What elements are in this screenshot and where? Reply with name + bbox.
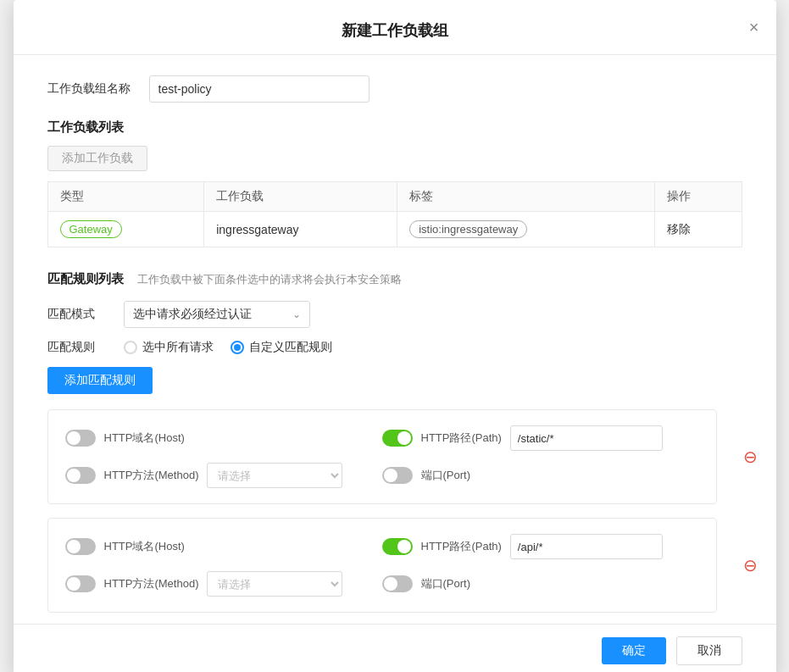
remove-link[interactable]: 移除 — [667, 222, 691, 236]
path-input-2[interactable] — [510, 534, 663, 559]
match-mode-label: 匹配模式 — [47, 307, 124, 322]
rule-card-1-wrapper: HTTP域名(Host) HTTP路径(Path) HTTP方法(Method) — [47, 409, 742, 504]
match-mode-row: 匹配模式 选中请求必须经过认证 ⌄ — [47, 301, 742, 328]
confirm-button[interactable]: 确定 — [602, 637, 666, 664]
dialog-title: 新建工作负载组 — [342, 20, 448, 41]
host-label-1: HTTP域名(Host) — [104, 430, 185, 446]
rule-card-2-wrapper: HTTP域名(Host) HTTP路径(Path) HTTP方法(Method) — [47, 518, 742, 613]
path-field-1: HTTP路径(Path) — [382, 425, 699, 451]
path-toggle-2[interactable] — [382, 538, 413, 555]
port-label-1: 端口(Port) — [421, 468, 471, 483]
add-workload-button: 添加工作负载 — [47, 146, 147, 171]
host-toggle-2[interactable] — [65, 538, 96, 555]
action-cell: 移除 — [654, 212, 742, 247]
host-toggle-1[interactable] — [65, 430, 96, 447]
remove-rule-1[interactable]: ⊖ — [743, 448, 758, 465]
chevron-down-icon: ⌄ — [292, 308, 301, 320]
radio-circle-all — [124, 341, 137, 354]
match-mode-select[interactable]: 选中请求必须经过认证 ⌄ — [124, 301, 310, 328]
host-field-1: HTTP域名(Host) — [65, 425, 382, 451]
match-section-desc: 工作负载中被下面条件选中的请求将会执行本安全策略 — [137, 272, 402, 287]
radio-all[interactable]: 选中所有请求 — [124, 340, 214, 355]
dialog-body: 工作负载组名称 工作负载列表 添加工作负载 类型 工作负载 标签 操作 Gate… — [14, 55, 776, 613]
radio-all-label: 选中所有请求 — [142, 340, 214, 355]
rule-card-2: HTTP域名(Host) HTTP路径(Path) HTTP方法(Method) — [47, 518, 717, 613]
dialog-footer: 确定 取消 — [14, 624, 776, 672]
gateway-tag: Gateway — [60, 220, 122, 238]
port-field-1: 端口(Port) — [382, 463, 699, 488]
rule-card-1-grid: HTTP域名(Host) HTTP路径(Path) HTTP方法(Method) — [65, 425, 699, 488]
col-type: 类型 — [47, 182, 204, 212]
method-field-2: HTTP方法(Method) 请选择 — [65, 571, 382, 597]
radio-group: 选中所有请求 自定义匹配规则 — [124, 340, 332, 355]
port-field-2: 端口(Port) — [382, 571, 699, 597]
type-cell: Gateway — [47, 212, 204, 247]
name-label: 工作负载组名称 — [47, 81, 149, 97]
add-rule-button[interactable]: 添加匹配规则 — [47, 367, 153, 394]
method-select-1[interactable]: 请选择 — [207, 463, 342, 488]
host-field-2: HTTP域名(Host) — [65, 534, 382, 559]
method-toggle-2[interactable] — [65, 575, 96, 592]
match-rule-row: 匹配规则 选中所有请求 自定义匹配规则 — [47, 340, 742, 355]
path-label-2: HTTP路径(Path) — [421, 539, 502, 554]
match-header: 匹配规则列表 工作负载中被下面条件选中的请求将会执行本安全策略 — [47, 271, 742, 287]
method-field-1: HTTP方法(Method) 请选择 — [65, 463, 382, 488]
cancel-button[interactable]: 取消 — [676, 636, 742, 665]
dialog: 新建工作负载组 × 工作负载组名称 工作负载列表 添加工作负载 类型 工作负载 … — [14, 0, 776, 672]
method-label-2: HTTP方法(Method) — [104, 576, 199, 591]
close-button[interactable]: × — [749, 19, 759, 36]
method-toggle-1[interactable] — [65, 467, 96, 484]
method-label-1: HTTP方法(Method) — [104, 468, 199, 483]
workload-cell: ingressgateway — [204, 212, 397, 247]
istio-tag: istio:ingressgateway — [409, 220, 527, 238]
tag-cell: istio:ingressgateway — [397, 212, 654, 247]
name-row: 工作负载组名称 — [47, 75, 742, 103]
port-toggle-2[interactable] — [382, 575, 413, 592]
name-input[interactable] — [149, 75, 369, 103]
match-section: 匹配规则列表 工作负载中被下面条件选中的请求将会执行本安全策略 匹配模式 选中请… — [47, 271, 742, 613]
match-mode-value: 选中请求必须经过认证 — [133, 307, 252, 322]
table-row: Gateway ingressgateway istio:ingressgate… — [47, 212, 742, 247]
path-field-2: HTTP路径(Path) — [382, 534, 699, 559]
col-workload: 工作负载 — [204, 182, 397, 212]
workload-section-title: 工作负载列表 — [47, 119, 742, 136]
remove-rule-2[interactable]: ⊖ — [743, 557, 758, 574]
port-label-2: 端口(Port) — [421, 576, 471, 591]
port-toggle-1[interactable] — [382, 467, 413, 484]
rule-card-2-grid: HTTP域名(Host) HTTP路径(Path) HTTP方法(Method) — [65, 534, 699, 597]
col-tag: 标签 — [397, 182, 654, 212]
radio-custom-label: 自定义匹配规则 — [249, 340, 332, 355]
radio-circle-custom — [231, 341, 244, 354]
match-rule-label: 匹配规则 — [47, 340, 124, 355]
radio-custom[interactable]: 自定义匹配规则 — [231, 340, 332, 355]
match-section-title: 匹配规则列表 — [47, 271, 124, 287]
path-input-1[interactable] — [510, 425, 663, 451]
workload-table: 类型 工作负载 标签 操作 Gateway ingressgateway ist… — [47, 181, 742, 247]
rule-card-1: HTTP域名(Host) HTTP路径(Path) HTTP方法(Method) — [47, 409, 717, 504]
path-toggle-1[interactable] — [382, 430, 413, 447]
col-action: 操作 — [654, 182, 742, 212]
method-select-2[interactable]: 请选择 — [207, 571, 342, 597]
dialog-header: 新建工作负载组 × — [14, 0, 776, 55]
host-label-2: HTTP域名(Host) — [104, 539, 185, 554]
path-label-1: HTTP路径(Path) — [421, 430, 502, 446]
